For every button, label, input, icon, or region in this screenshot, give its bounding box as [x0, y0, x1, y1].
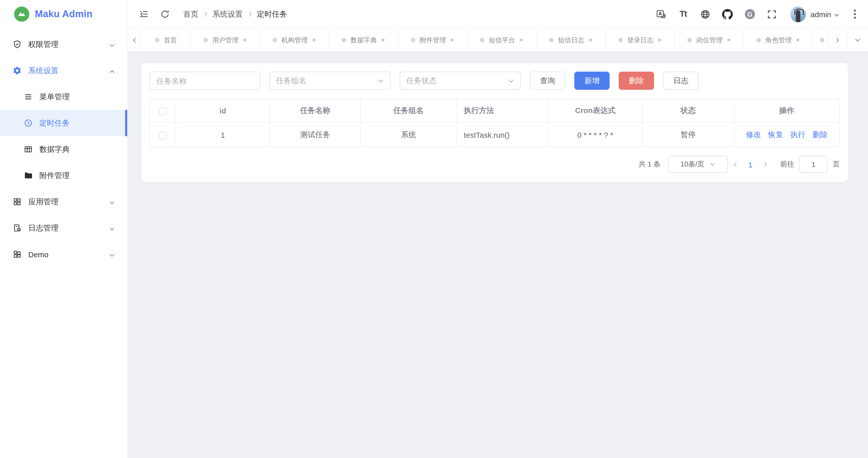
cell-status: 暂停 — [642, 122, 734, 147]
tab-sms-log[interactable]: 短信日志 ✕ — [536, 29, 606, 52]
avatar[interactable] — [790, 6, 806, 22]
tab-org-management[interactable]: 机构管理 ✕ — [260, 29, 329, 52]
col-method: 执行方法 — [457, 99, 548, 122]
tab-scheduled-tasks[interactable]: 定时任务 — [813, 29, 828, 52]
sidebar-item-data-dictionary[interactable]: 数据字典 — [0, 136, 127, 162]
tab-data-dictionary[interactable]: 数据字典 ✕ — [329, 29, 398, 52]
resume-link[interactable]: 恢复 — [768, 130, 783, 138]
tabs-scroll-left-icon[interactable] — [128, 29, 141, 52]
globe-icon[interactable] — [700, 9, 711, 20]
chevron-down-icon — [377, 77, 384, 84]
sidebar-item-attachments[interactable]: 附件管理 — [0, 162, 127, 189]
sidebar-item-label: 定时任务 — [39, 118, 115, 128]
font-size-icon[interactable]: Tt — [678, 9, 688, 20]
sidebar-item-system-settings[interactable]: 系统设置 — [0, 58, 127, 84]
sidebar-item-label: 数据字典 — [39, 144, 115, 154]
translate-icon[interactable] — [655, 9, 666, 20]
sidebar-item-label: 权限管理 — [28, 40, 109, 49]
delete-button[interactable]: 删除 — [619, 72, 654, 90]
close-icon[interactable]: ✕ — [588, 37, 593, 43]
close-icon[interactable]: ✕ — [450, 37, 455, 43]
sidebar-item-log-management[interactable]: 日志管理 — [0, 215, 127, 241]
tab-sms-platform[interactable]: 短信平台 ✕ — [467, 29, 536, 52]
close-icon[interactable]: ✕ — [796, 37, 800, 43]
tab-dot-icon — [756, 38, 761, 42]
sidebar-item-permissions[interactable]: 权限管理 — [0, 31, 127, 58]
tab-post-management[interactable]: 岗位管理 ✕ — [675, 29, 744, 52]
page-number[interactable]: 1 — [743, 160, 758, 169]
total-count: 共 1 条 — [639, 160, 660, 169]
edit-link[interactable]: 修改 — [746, 130, 761, 138]
tab-login-log[interactable]: 登录日志 ✕ — [606, 29, 675, 52]
log-button[interactable]: 日志 — [663, 72, 699, 90]
goto-label: 前往 — [780, 160, 794, 169]
breadcrumb-system-settings[interactable]: 系统设置 — [213, 9, 243, 19]
gitee-icon[interactable]: G — [744, 9, 755, 20]
chevron-down-icon[interactable] — [834, 11, 840, 17]
clock-icon — [24, 119, 33, 128]
sidebar: Maku Admin 权限管理 系统设置 — [0, 0, 128, 458]
task-group-select[interactable]: 任务组名 — [270, 72, 391, 90]
shield-check-icon — [12, 40, 22, 49]
folder-icon — [24, 171, 33, 180]
chevron-down-icon — [508, 77, 514, 84]
run-link[interactable]: 执行 — [790, 130, 805, 138]
page-unit-label: 页 — [833, 160, 840, 169]
chevron-right-icon — [202, 10, 209, 18]
log-document-icon — [12, 224, 22, 232]
app-title: Maku Admin — [35, 8, 93, 20]
sidebar-item-demo[interactable]: Demo — [0, 241, 127, 267]
tab-home[interactable]: 首页 — [141, 29, 191, 52]
tabs-dropdown-icon[interactable] — [847, 29, 868, 52]
add-button[interactable]: 新增 — [574, 72, 610, 90]
tab-attachments[interactable]: 附件管理 ✕ — [398, 29, 467, 52]
tab-role-management[interactable]: 角色管理 ✕ — [744, 29, 813, 52]
app-window: Maku Admin 权限管理 系统设置 — [0, 0, 868, 458]
close-icon[interactable]: ✕ — [381, 37, 385, 43]
search-button[interactable]: 查询 — [530, 72, 565, 90]
task-status-select[interactable]: 任务状态 — [400, 72, 521, 90]
next-page-icon[interactable] — [758, 156, 773, 173]
sidebar-collapse-icon[interactable] — [139, 9, 149, 19]
sidebar-menu: 权限管理 系统设置 菜单管理 — [0, 28, 127, 267]
sidebar-item-menu-management[interactable]: 菜单管理 — [0, 84, 127, 110]
refresh-icon[interactable] — [160, 9, 170, 19]
cell-actions: 修改恢复执行删除 — [734, 122, 839, 147]
tasks-card: 任务组名 任务状态 查询 新增 删除 日志 — [141, 63, 848, 182]
close-icon[interactable]: ✕ — [519, 37, 524, 43]
more-options-icon[interactable] — [852, 7, 858, 21]
tab-dot-icon — [411, 38, 415, 42]
close-icon[interactable]: ✕ — [243, 37, 247, 43]
close-icon[interactable]: ✕ — [727, 37, 731, 43]
table-row: 1 测试任务 系统 testTask.run() 0 * * * * ? * 暂… — [150, 122, 839, 147]
goto-page-input[interactable] — [799, 156, 828, 173]
task-name-input[interactable] — [156, 76, 253, 85]
tabs-scroll-right-icon[interactable] — [828, 29, 847, 52]
row-select-cell — [150, 122, 176, 147]
username[interactable]: admin — [810, 10, 831, 19]
chevron-down-icon — [109, 251, 115, 257]
content-area: 任务组名 任务状态 查询 新增 删除 日志 — [128, 52, 868, 458]
select-all-cell — [150, 99, 176, 122]
cell-id: 1 — [176, 122, 270, 147]
fullscreen-icon[interactable] — [767, 9, 777, 20]
github-icon[interactable] — [722, 9, 733, 20]
breadcrumb-current: 定时任务 — [257, 9, 287, 19]
row-checkbox[interactable] — [159, 132, 166, 139]
sidebar-item-app-management[interactable]: 应用管理 — [0, 189, 127, 215]
col-actions: 操作 — [734, 99, 839, 122]
prev-page-icon[interactable] — [728, 156, 743, 173]
page-size-select[interactable]: 10条/页 — [668, 156, 728, 173]
breadcrumb-home[interactable]: 首页 — [183, 9, 198, 19]
tasks-table: id 任务名称 任务组名 执行方法 Cron表达式 状态 操作 1 — [149, 99, 840, 147]
sidebar-item-scheduled-tasks[interactable]: 定时任务 — [0, 110, 127, 136]
sidebar-item-label: 日志管理 — [28, 223, 109, 233]
tab-dot-icon — [480, 38, 485, 42]
menu-lines-icon — [24, 92, 33, 101]
tab-user-management[interactable]: 用户管理 ✕ — [191, 29, 260, 52]
select-all-checkbox[interactable] — [159, 108, 166, 115]
delete-link[interactable]: 删除 — [812, 130, 828, 138]
close-icon[interactable]: ✕ — [312, 37, 316, 43]
close-icon[interactable]: ✕ — [657, 37, 662, 43]
logo[interactable]: Maku Admin — [0, 0, 127, 28]
